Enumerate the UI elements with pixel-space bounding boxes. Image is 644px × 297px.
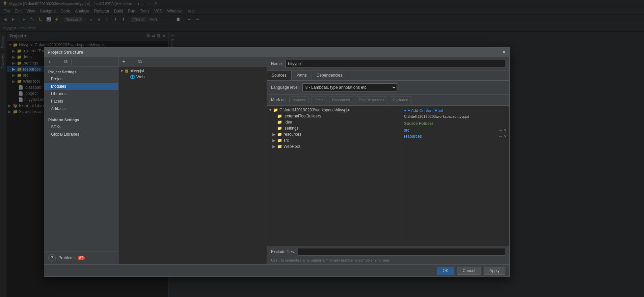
file-tree-webroot-icon: 📁 (277, 144, 282, 149)
exclude-files-input[interactable] (298, 248, 505, 255)
content-split: ▼ 📁 C:\IntelliJ20190203\workspace\hityyp… (267, 106, 509, 246)
name-input[interactable] (286, 60, 505, 68)
name-label: Name: (271, 61, 283, 66)
add-content-root-btn[interactable]: + + Add Content Root (404, 108, 507, 113)
tab-sources[interactable]: Sources (267, 71, 292, 80)
problems-badge: 87 (78, 256, 85, 260)
file-tree-settings-icon: 📁 (277, 126, 282, 131)
ok-button[interactable]: OK (437, 267, 454, 275)
nav-item-facets[interactable]: Facets (44, 98, 118, 105)
settings-nav-toolbar: + − ⧉ ← → (44, 57, 118, 66)
module-tree-hityypjxt[interactable]: ▼ ▦ hityypjxt (118, 68, 267, 74)
nav-item-sdks[interactable]: SDKs (44, 123, 118, 131)
file-tree-resources-label: resources (284, 132, 301, 137)
file-tree-etb-label: .externalToolBuilders (284, 114, 321, 118)
file-tree-settings-label: .settings (284, 126, 299, 131)
nav-copy-btn[interactable]: ⧉ (62, 58, 69, 65)
apply-button[interactable]: Apply (484, 267, 505, 275)
nav-item-libraries[interactable]: Libraries (44, 90, 118, 98)
module-label-web: Web (136, 75, 144, 79)
modal-footer: OK Cancel Apply (44, 264, 509, 276)
source-folder-src: src ✏ ✕ (404, 127, 507, 133)
nav-forward-btn[interactable]: → (82, 58, 88, 65)
file-tree-idea-label: .idea (284, 120, 292, 125)
file-tree-src-icon: 📁 (277, 138, 282, 143)
exclude-files-hint: Use ; to separate name patterns, * for a… (267, 258, 509, 264)
file-tree-resources[interactable]: ▶ 📁 resources (267, 131, 401, 137)
file-tree-src-label: src (284, 138, 289, 143)
file-tree-root-label: C:\IntelliJ20190203\workspace\hityypjxt (279, 108, 350, 112)
web-icon: 🌐 (130, 75, 135, 79)
mark-test-resources-btn[interactable]: Test Resources (356, 97, 387, 103)
modal-title-bar: Project Structure ✕ (44, 48, 509, 57)
module-copy-btn[interactable]: ⧉ (137, 58, 143, 65)
modal-body: + − ⧉ ← → Project Settings Project Modul… (44, 57, 509, 264)
modal-overlay: Project Structure ✕ + − ⧉ ← → Project Se… (0, 0, 644, 297)
nav-sep (71, 59, 72, 64)
cancel-button[interactable]: Cancel (457, 267, 481, 275)
source-folder-resources: resources ✏ ✕ (404, 133, 507, 139)
edit-src-icon[interactable]: ✏ (499, 128, 502, 133)
file-tree-webroot[interactable]: ▶ 📁 WebRoot (267, 143, 401, 150)
platform-settings-section: Platform Settings SDKs Global Libraries (44, 114, 118, 140)
module-tree-toolbar: + − ⧉ (118, 57, 267, 66)
source-panel: + + Add Content Root C:\IntelliJ20190203… (401, 106, 509, 246)
tabs-bar: Sources Paths Dependencies (267, 71, 509, 81)
file-tree-resources-icon: 📁 (277, 132, 282, 137)
file-tree-root-arrow: ▼ (268, 108, 273, 112)
mark-excluded-btn[interactable]: Excluded (390, 97, 411, 103)
mark-tests-btn[interactable]: Tests (312, 97, 326, 103)
language-level-label: Language level: (271, 85, 300, 90)
edit-resources-icon[interactable]: ✏ (499, 134, 502, 139)
tab-dependencies[interactable]: Dependencies (312, 71, 348, 80)
language-level-select[interactable]: 8 - Lambdas, type annotations etc. 7 - D… (302, 83, 397, 91)
modal-close-btn[interactable]: ✕ (502, 50, 506, 55)
platform-settings-title: Platform Settings (44, 116, 118, 123)
problems-label[interactable]: Problems (58, 255, 76, 260)
source-folder-resources-label[interactable]: resources (404, 134, 422, 139)
name-row: Name: (267, 57, 509, 71)
file-tree-settings[interactable]: 📁 .settings (267, 125, 401, 131)
nav-item-artifacts[interactable]: Artifacts (44, 105, 118, 112)
file-tree-etb[interactable]: 📁 .externalToolBuilders (267, 113, 401, 119)
exclude-files-label: Exclude files: (271, 249, 295, 254)
file-tree-panel: ▼ 📁 C:\IntelliJ20190203\workspace\hityyp… (267, 106, 401, 246)
file-tree-webroot-arrow: ▶ (272, 144, 277, 149)
file-tree-root[interactable]: ▼ 📁 C:\IntelliJ20190203\workspace\hityyp… (267, 107, 401, 113)
nav-item-global-libraries[interactable]: Global Libraries (44, 131, 118, 138)
file-tree-resources-arrow: ▶ (272, 132, 277, 137)
nav-remove-btn[interactable]: − (54, 58, 61, 65)
module-label-hityypjxt: hityypjxt (130, 69, 144, 73)
language-level-row: Language level: 8 - Lambdas, type annota… (267, 81, 509, 94)
module-add-btn[interactable]: + (120, 58, 127, 65)
file-tree-etb-icon: 📁 (277, 114, 282, 118)
mark-as-row: Mark as: Sources Tests Resources Test Re… (267, 94, 509, 106)
nav-add-btn[interactable]: + (46, 58, 53, 65)
right-panel: Name: Sources Paths Dependencies Languag… (267, 57, 509, 264)
nav-item-project[interactable]: Project (44, 75, 118, 83)
modal-title: Project Structure (48, 50, 83, 55)
file-tree-webroot-label: WebRoot (284, 144, 300, 149)
module-tree-content: ▼ ▦ hityypjxt 🌐 Web (118, 66, 267, 264)
source-folder-resources-actions: ✏ ✕ (499, 134, 507, 139)
source-folder-src-label[interactable]: src (404, 128, 409, 133)
module-tree-web[interactable]: 🌐 Web (118, 74, 267, 80)
file-tree-src[interactable]: ▶ 📁 src (267, 137, 401, 143)
project-settings-title: Project Settings (44, 69, 118, 75)
nav-back-btn[interactable]: ← (74, 58, 80, 65)
mark-sources-btn[interactable]: Sources (289, 97, 309, 103)
help-button[interactable]: ? (48, 254, 56, 262)
file-tree-idea[interactable]: 📁 .idea (267, 119, 401, 125)
module-icon-hityypjxt: ▦ (125, 69, 128, 73)
settings-nav: + − ⧉ ← → Project Settings Project Modul… (44, 57, 118, 264)
remove-src-icon[interactable]: ✕ (504, 128, 507, 133)
remove-resources-icon[interactable]: ✕ (504, 134, 507, 139)
project-structure-dialog: Project Structure ✕ + − ⧉ ← → Project Se… (44, 47, 510, 277)
nav-item-modules[interactable]: Modules (44, 83, 118, 90)
file-tree-src-arrow: ▶ (272, 138, 277, 143)
project-settings-section: Project Settings Project Modules Librari… (44, 66, 118, 114)
module-remove-btn[interactable]: − (129, 58, 135, 65)
mark-resources-btn[interactable]: Resources (329, 97, 353, 103)
module-tree-panel: + − ⧉ ▼ ▦ hityypjxt 🌐 Web (118, 57, 267, 264)
tab-paths[interactable]: Paths (292, 71, 312, 80)
